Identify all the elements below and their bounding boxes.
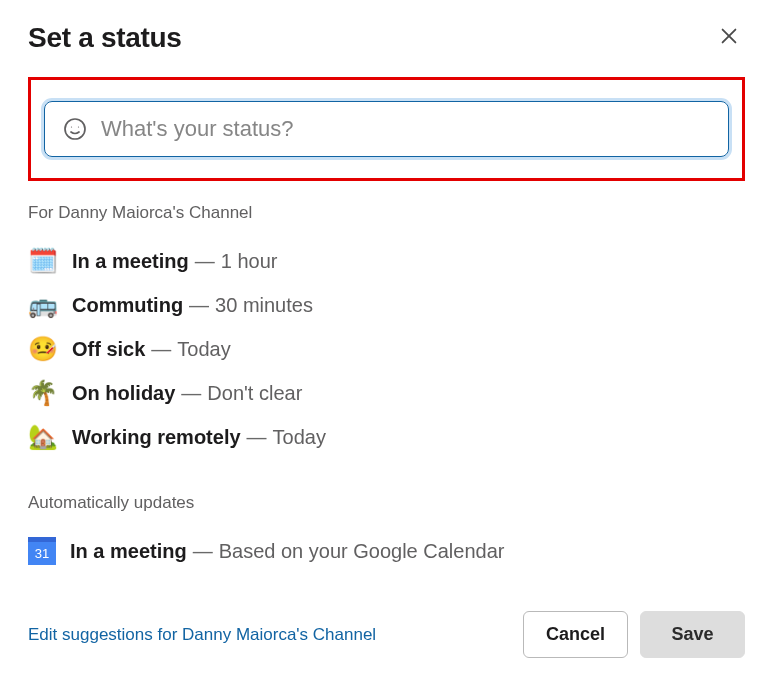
suggestion-duration: 1 hour	[221, 250, 278, 273]
suggestion-label: Off sick	[72, 338, 145, 361]
status-input-container[interactable]	[44, 101, 729, 157]
close-icon	[718, 25, 740, 47]
suggestion-on-holiday[interactable]: 🌴 On holiday — Don't clear	[28, 371, 745, 415]
auto-updates-header: Automatically updates	[28, 493, 745, 513]
status-input-highlight	[28, 77, 745, 181]
suggestion-dash: —	[189, 294, 209, 317]
suggestion-label: In a meeting	[72, 250, 189, 273]
suggestion-label: Commuting	[72, 294, 183, 317]
svg-point-0	[65, 119, 85, 139]
suggestion-label: Working remotely	[72, 426, 241, 449]
suggestion-text: Off sick — Today	[72, 338, 231, 361]
suggestion-duration: Don't clear	[207, 382, 302, 405]
suggestion-off-sick[interactable]: 🤒 Off sick — Today	[28, 327, 745, 371]
palm-emoji-icon: 🌴	[28, 379, 58, 407]
auto-item-duration: Based on your Google Calendar	[219, 540, 505, 563]
auto-item-calendar[interactable]: 31 In a meeting — Based on your Google C…	[28, 529, 745, 573]
sick-emoji-icon: 🤒	[28, 335, 58, 363]
modal-header: Set a status	[28, 20, 745, 55]
modal-footer: Edit suggestions for Danny Maiorca's Cha…	[28, 611, 745, 658]
smiley-icon[interactable]	[63, 117, 87, 141]
suggestion-in-a-meeting[interactable]: 🗓️ In a meeting — 1 hour	[28, 239, 745, 283]
bus-emoji-icon: 🚌	[28, 291, 58, 319]
cancel-button[interactable]: Cancel	[523, 611, 628, 658]
suggestion-dash: —	[181, 382, 201, 405]
auto-item-label: In a meeting	[70, 540, 187, 563]
auto-item-dash: —	[193, 540, 213, 563]
svg-point-2	[78, 126, 79, 127]
suggestion-duration: 30 minutes	[215, 294, 313, 317]
auto-updates-section: Automatically updates 31 In a meeting — …	[28, 493, 745, 573]
suggestion-text: In a meeting — 1 hour	[72, 250, 277, 273]
suggestions-header: For Danny Maiorca's Channel	[28, 203, 745, 223]
save-button[interactable]: Save	[640, 611, 745, 658]
suggestion-duration: Today	[177, 338, 230, 361]
suggestions-list: 🗓️ In a meeting — 1 hour 🚌 Commuting — 3…	[28, 239, 745, 459]
suggestion-label: On holiday	[72, 382, 175, 405]
suggestion-text: Commuting — 30 minutes	[72, 294, 313, 317]
suggestion-text: On holiday — Don't clear	[72, 382, 302, 405]
suggestion-duration: Today	[273, 426, 326, 449]
suggestion-dash: —	[195, 250, 215, 273]
edit-suggestions-link[interactable]: Edit suggestions for Danny Maiorca's Cha…	[28, 625, 376, 645]
calendar-emoji-icon: 🗓️	[28, 247, 58, 275]
suggestion-dash: —	[151, 338, 171, 361]
suggestion-dash: —	[247, 426, 267, 449]
button-group: Cancel Save	[523, 611, 745, 658]
suggestion-working-remotely[interactable]: 🏡 Working remotely — Today	[28, 415, 745, 459]
status-input-focus-ring	[41, 98, 732, 160]
google-calendar-icon: 31	[28, 537, 56, 565]
house-emoji-icon: 🏡	[28, 423, 58, 451]
auto-item-text: In a meeting — Based on your Google Cale…	[70, 540, 504, 563]
calendar-day-number: 31	[35, 546, 49, 561]
svg-point-1	[71, 126, 72, 127]
modal-title: Set a status	[28, 22, 182, 54]
suggestion-text: Working remotely — Today	[72, 426, 326, 449]
suggestion-commuting[interactable]: 🚌 Commuting — 30 minutes	[28, 283, 745, 327]
status-input[interactable]	[101, 116, 710, 142]
close-button[interactable]	[713, 20, 745, 55]
set-status-modal: Set a status For Danny Maiorca's Channel…	[0, 0, 773, 686]
